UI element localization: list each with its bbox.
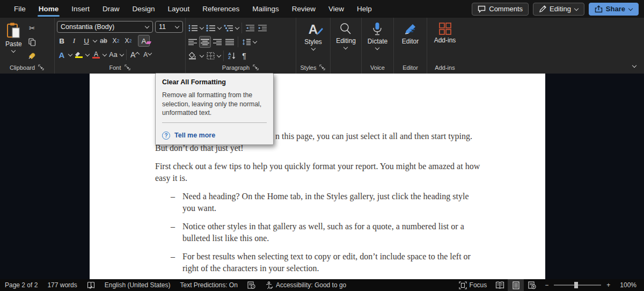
addins-button[interactable]: Add-ins (430, 20, 460, 63)
paragraph-dialog-launcher-icon[interactable] (253, 64, 259, 71)
decrease-indent-button[interactable] (244, 22, 256, 34)
chevron-down-icon[interactable] (120, 53, 124, 57)
font-size-combobox[interactable]: 11 (155, 21, 183, 33)
shading-button[interactable] (187, 50, 199, 62)
show-hide-formatting-button[interactable]: ¶ (238, 50, 250, 62)
chevron-down-icon[interactable] (253, 40, 257, 44)
tab-draw[interactable]: Draw (96, 0, 126, 18)
print-layout-button[interactable] (508, 279, 524, 291)
zoom-out-button[interactable]: − (540, 279, 550, 291)
text-highlight-button[interactable] (73, 49, 85, 61)
chevron-down-icon[interactable] (343, 46, 348, 50)
font-name-combobox[interactable]: Constantia (Body) (57, 21, 153, 33)
tab-help[interactable]: Help (350, 0, 378, 18)
text-effects-button[interactable]: A (56, 49, 68, 61)
paste-button[interactable]: Paste (1, 20, 26, 63)
chevron-down-icon[interactable] (11, 49, 16, 53)
tab-mailings[interactable]: Mailings (246, 0, 286, 18)
chevron-down-icon[interactable] (200, 54, 204, 58)
shrink-font-button[interactable]: A (142, 49, 153, 61)
read-mode-button[interactable] (492, 279, 508, 291)
numbered-list-icon (206, 25, 215, 32)
tab-view[interactable]: View (322, 0, 350, 18)
comments-button[interactable]: Comments (472, 3, 529, 16)
zoom-slider[interactable] (554, 285, 601, 286)
justify-button[interactable] (224, 36, 236, 48)
chevron-down-icon[interactable] (217, 54, 221, 58)
font-color-button[interactable]: A (90, 49, 102, 61)
tab-layout[interactable]: Layout (162, 0, 196, 18)
tab-design[interactable]: Design (126, 0, 162, 18)
document-text[interactable]: n this page, you can just select it all … (155, 130, 480, 281)
chevron-down-icon[interactable] (200, 26, 204, 30)
focus-mode-button[interactable]: Focus (454, 279, 492, 291)
italic-button[interactable]: I (68, 35, 80, 47)
tab-references[interactable]: References (196, 0, 246, 18)
format-painter-button[interactable] (26, 50, 38, 62)
cut-button[interactable]: ✂ (26, 22, 38, 34)
chevron-down-icon[interactable] (175, 25, 179, 29)
tell-me-more-link[interactable]: ? Tell me more (156, 127, 273, 144)
align-right-button[interactable] (211, 36, 223, 48)
superscript-button[interactable]: X2 (122, 35, 134, 47)
dictate-label: Dictate (368, 38, 387, 45)
grow-font-button[interactable]: A (129, 49, 141, 61)
chevron-down-icon[interactable] (68, 53, 72, 57)
chevron-down-icon[interactable] (103, 53, 107, 57)
document-page[interactable]: Clear All Formatting Remove all formatti… (90, 74, 545, 279)
word-count[interactable]: 177 words (42, 279, 82, 291)
text-predictions-status[interactable]: Text Predictions: On (175, 279, 243, 291)
web-layout-icon (528, 281, 536, 289)
chevron-down-icon[interactable] (217, 26, 222, 30)
chevron-down-icon[interactable] (628, 7, 633, 11)
borders-button[interactable] (204, 50, 216, 62)
clear-all-formatting-button[interactable]: A (138, 35, 150, 47)
tab-review[interactable]: Review (286, 0, 322, 18)
share-button[interactable]: Share (589, 3, 639, 16)
increase-indent-button[interactable] (257, 22, 268, 34)
sort-button[interactable]: A Z (226, 50, 238, 62)
zoom-slider-handle[interactable] (574, 282, 578, 288)
accessibility-status[interactable]: Accessibility: Good to go (260, 279, 351, 291)
chevron-down-icon[interactable] (85, 53, 90, 57)
subscript-button[interactable]: X2 (110, 35, 122, 47)
zoom-in-button[interactable]: + (605, 279, 615, 291)
strikethrough-button[interactable]: ab (98, 35, 109, 47)
styles-dialog-launcher-icon[interactable] (319, 64, 326, 71)
editing-button[interactable]: Editing (332, 20, 360, 63)
zoom-level[interactable]: 100% (615, 279, 644, 291)
chevron-down-icon[interactable] (145, 25, 149, 29)
change-case-button[interactable]: Aa (107, 49, 119, 61)
document-history-icon[interactable] (243, 279, 260, 291)
chevron-down-icon[interactable] (93, 39, 97, 43)
underline-button[interactable]: U (80, 35, 92, 47)
align-center-button[interactable] (199, 36, 211, 48)
chevron-down-icon[interactable] (375, 46, 379, 50)
dictate-button[interactable]: Dictate (363, 20, 392, 63)
collapse-ribbon-button[interactable] (632, 61, 636, 70)
proofing-status[interactable] (82, 279, 100, 291)
tab-insert[interactable]: Insert (65, 0, 96, 18)
editing-mode-button[interactable]: Editing (533, 3, 584, 16)
copy-button[interactable] (26, 36, 38, 48)
align-left-button[interactable] (187, 36, 199, 48)
multilevel-list-button[interactable] (222, 22, 235, 34)
chevron-down-icon[interactable] (311, 47, 316, 51)
numbering-button[interactable] (204, 22, 217, 34)
line-spacing-button[interactable] (240, 36, 252, 48)
tab-file[interactable]: File (8, 0, 32, 18)
editor-button[interactable]: Editor (398, 20, 423, 63)
web-layout-button[interactable] (524, 279, 540, 291)
font-dialog-launcher-icon[interactable] (125, 64, 131, 71)
page-indicator[interactable]: Page 2 of 2 (0, 279, 42, 291)
tab-home[interactable]: Home (32, 0, 65, 18)
tell-me-more-label: Tell me more (174, 132, 215, 139)
bullets-button[interactable] (187, 22, 199, 34)
chevron-down-icon[interactable] (235, 26, 239, 30)
bold-button[interactable]: B (56, 35, 68, 47)
ribbon-tab-strip: File Home Insert Draw Design Layout Refe… (0, 0, 378, 18)
styles-button[interactable]: A Styles (300, 20, 326, 63)
clipboard-dialog-launcher-icon[interactable] (38, 64, 45, 71)
language-status[interactable]: English (United States) (100, 279, 175, 291)
editor-pencil-icon (403, 22, 418, 37)
